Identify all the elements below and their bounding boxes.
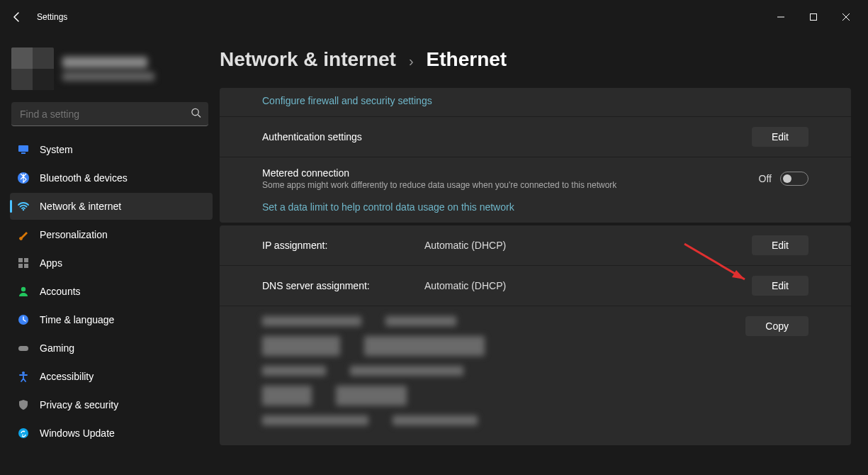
content-scroll[interactable]: Configure firewall and security settings… — [220, 88, 868, 475]
data-limit-link[interactable]: Set a data limit to help control data us… — [262, 201, 808, 213]
sidebar-item-bluetooth-devices[interactable]: Bluetooth & devices — [10, 164, 213, 191]
close-button[interactable] — [830, 6, 862, 28]
svg-rect-16 — [18, 346, 28, 351]
svg-point-9 — [23, 209, 24, 211]
svg-point-17 — [22, 371, 25, 374]
shield-icon — [17, 398, 30, 411]
search-icon — [191, 108, 201, 121]
search-input[interactable] — [11, 102, 208, 126]
svg-rect-13 — [24, 264, 28, 268]
svg-rect-7 — [21, 152, 26, 154]
window-title: Settings — [37, 12, 67, 22]
display-icon — [17, 143, 30, 156]
apps-icon — [17, 257, 30, 269]
sidebar-item-label: Bluetooth & devices — [40, 172, 128, 184]
svg-point-14 — [21, 287, 26, 291]
svg-rect-12 — [18, 264, 23, 268]
settings-card: Configure firewall and security settings… — [220, 88, 851, 223]
svg-rect-1 — [811, 14, 817, 21]
sidebar-item-accessibility[interactable]: Accessibility — [10, 363, 213, 390]
breadcrumb-current: Ethernet — [427, 48, 507, 71]
svg-line-5 — [198, 115, 201, 118]
main-panel: Network & internet › Ethernet Configure … — [220, 34, 868, 475]
nav-list: SystemBluetooth & devicesNetwork & inter… — [7, 136, 213, 447]
sidebar-item-privacy-security[interactable]: Privacy & security — [10, 391, 213, 418]
sidebar-item-label: Personalization — [40, 229, 108, 240]
sidebar-item-network-internet[interactable]: Network & internet — [10, 193, 213, 220]
accessibility-icon — [17, 370, 30, 383]
ip-edit-button[interactable]: Edit — [752, 235, 808, 255]
svg-rect-10 — [18, 258, 23, 262]
sidebar: SystemBluetooth & devicesNetwork & inter… — [0, 34, 220, 475]
bluetooth-icon — [17, 172, 30, 184]
sidebar-item-personalization[interactable]: Personalization — [10, 221, 213, 248]
sidebar-item-label: System — [40, 144, 73, 155]
minimize-button[interactable] — [765, 6, 797, 28]
sidebar-item-label: Gaming — [40, 342, 74, 354]
gamepad-icon — [17, 342, 30, 354]
sidebar-item-apps[interactable]: Apps — [10, 250, 213, 276]
sidebar-item-time-language[interactable]: Time & language — [10, 306, 213, 333]
row-details: Copy — [220, 306, 851, 445]
sidebar-item-gaming[interactable]: Gaming — [10, 335, 213, 362]
metered-title: Metered connection — [262, 167, 742, 179]
sidebar-item-system[interactable]: System — [10, 136, 213, 163]
sidebar-item-label: Apps — [40, 257, 62, 269]
breadcrumb: Network & internet › Ethernet — [220, 34, 868, 88]
chevron-right-icon: › — [409, 53, 414, 69]
person-icon — [17, 285, 30, 298]
metered-toggle-state: Off — [759, 173, 772, 184]
maximize-button[interactable] — [797, 6, 830, 28]
firewall-link[interactable]: Configure firewall and security settings — [262, 95, 432, 106]
svg-rect-6 — [18, 145, 28, 152]
back-button[interactable] — [6, 6, 28, 28]
account-text-redacted — [62, 57, 154, 81]
sidebar-item-label: Accessibility — [40, 371, 94, 382]
dns-label: DNS server assignment: — [262, 280, 370, 291]
svg-rect-11 — [24, 258, 28, 262]
clock-icon — [17, 313, 30, 326]
account-header[interactable] — [11, 45, 208, 92]
metered-subtitle: Some apps might work differently to redu… — [262, 180, 742, 190]
svg-point-4 — [192, 108, 198, 115]
copy-button[interactable]: Copy — [745, 316, 808, 336]
ip-dns-card: IP assignment: Automatic (DHCP) Edit DNS… — [220, 225, 851, 445]
row-dns-assignment: DNS server assignment: Automatic (DHCP) … — [220, 265, 851, 306]
row-metered: Metered connection Some apps might work … — [220, 157, 851, 223]
breadcrumb-parent[interactable]: Network & internet — [220, 48, 396, 71]
dns-value: Automatic (DHCP) — [424, 280, 506, 291]
update-icon — [17, 427, 30, 440]
metered-toggle[interactable] — [780, 172, 808, 186]
wifi-icon — [17, 200, 30, 213]
sidebar-item-accounts[interactable]: Accounts — [10, 278, 213, 305]
dns-edit-button[interactable]: Edit — [752, 276, 808, 296]
search-container — [11, 102, 208, 126]
sidebar-item-label: Accounts — [40, 286, 81, 297]
sidebar-item-windows-update[interactable]: Windows Update — [10, 420, 213, 447]
paintbrush-icon — [17, 228, 30, 241]
avatar — [11, 48, 54, 90]
sidebar-item-label: Network & internet — [40, 201, 121, 212]
sidebar-item-label: Privacy & security — [40, 399, 118, 410]
row-authentication: Authentication settings Edit — [220, 116, 851, 157]
ip-label: IP assignment: — [262, 240, 327, 251]
auth-edit-button[interactable]: Edit — [752, 127, 808, 147]
title-bar: Settings — [0, 0, 868, 34]
sidebar-item-label: Time & language — [40, 314, 114, 325]
auth-title: Authentication settings — [262, 131, 735, 142]
ip-value: Automatic (DHCP) — [424, 240, 506, 251]
sidebar-item-label: Windows Update — [40, 428, 115, 439]
row-ip-assignment: IP assignment: Automatic (DHCP) Edit — [220, 225, 851, 265]
